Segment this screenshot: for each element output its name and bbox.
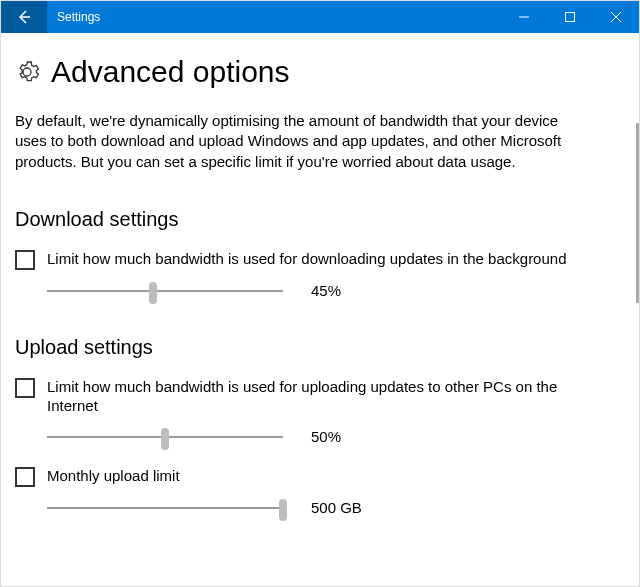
upload-bandwidth-slider[interactable] — [47, 426, 283, 448]
page-header: Advanced options — [15, 55, 625, 89]
slider-thumb[interactable] — [161, 428, 169, 450]
download-slider-value: 45% — [311, 282, 341, 299]
upload-slider-value: 50% — [311, 428, 341, 445]
minimize-icon — [519, 12, 529, 22]
download-slider-row: 45% — [15, 280, 625, 302]
upload-section-title: Upload settings — [15, 336, 625, 359]
arrow-left-icon — [16, 9, 32, 25]
slider-track — [47, 290, 283, 292]
close-button[interactable] — [593, 1, 639, 33]
monthly-limit-row: Monthly upload limit — [15, 466, 625, 487]
minimize-button[interactable] — [501, 1, 547, 33]
upload-limit-row: Limit how much bandwidth is used for upl… — [15, 377, 625, 416]
download-limit-checkbox[interactable] — [15, 250, 35, 270]
title-bar: Settings — [1, 1, 639, 33]
svg-rect-0 — [566, 13, 575, 22]
scrollbar[interactable] — [636, 123, 639, 303]
slider-track — [47, 507, 283, 509]
gear-icon — [15, 60, 39, 84]
maximize-button[interactable] — [547, 1, 593, 33]
back-button[interactable] — [1, 1, 47, 33]
page-description: By default, we're dynamically optimising… — [15, 111, 575, 172]
monthly-limit-checkbox[interactable] — [15, 467, 35, 487]
slider-thumb[interactable] — [279, 499, 287, 521]
monthly-limit-label[interactable]: Monthly upload limit — [47, 466, 180, 486]
download-limit-row: Limit how much bandwidth is used for dow… — [15, 249, 625, 270]
window-title: Settings — [47, 1, 110, 33]
download-bandwidth-slider[interactable] — [47, 280, 283, 302]
content-area: Advanced options By default, we're dynam… — [1, 33, 639, 586]
upload-limit-checkbox[interactable] — [15, 378, 35, 398]
download-section: Download settings Limit how much bandwid… — [15, 208, 625, 302]
slider-thumb[interactable] — [149, 282, 157, 304]
download-section-title: Download settings — [15, 208, 625, 231]
maximize-icon — [565, 12, 575, 22]
upload-section: Upload settings Limit how much bandwidth… — [15, 336, 625, 519]
monthly-slider-row: 500 GB — [15, 497, 625, 519]
download-limit-label[interactable]: Limit how much bandwidth is used for dow… — [47, 249, 567, 269]
monthly-upload-slider[interactable] — [47, 497, 283, 519]
page-title: Advanced options — [51, 55, 290, 89]
close-icon — [611, 12, 621, 22]
upload-slider-row: 50% — [15, 426, 625, 448]
upload-limit-label[interactable]: Limit how much bandwidth is used for upl… — [47, 377, 607, 416]
monthly-slider-value: 500 GB — [311, 499, 362, 516]
